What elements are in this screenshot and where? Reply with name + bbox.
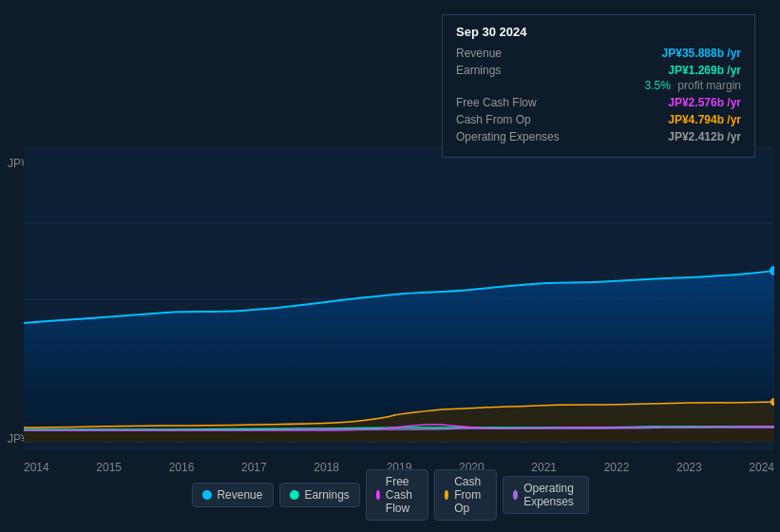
x-label-2016: 2016 xyxy=(169,461,195,474)
legend-dot-cashfromop xyxy=(445,490,448,500)
tooltip-value-opexp: JP¥2.412b /yr xyxy=(668,130,741,143)
legend-item-fcf[interactable]: Free Cash Flow xyxy=(366,469,428,521)
tooltip-row-cashfromop: Cash From Op JP¥4.794b /yr xyxy=(456,113,741,126)
tooltip-label-fcf: Free Cash Flow xyxy=(456,96,537,109)
profit-margin: 3.5% profit margin xyxy=(456,79,741,92)
chart-legend: Revenue Earnings Free Cash Flow Cash Fro… xyxy=(191,469,588,521)
x-label-2015: 2015 xyxy=(96,461,122,474)
tooltip-value-fcf: JP¥2.576b /yr xyxy=(668,96,741,109)
legend-item-opexp[interactable]: Operating Expenses xyxy=(503,476,589,514)
legend-item-revenue[interactable]: Revenue xyxy=(191,483,273,507)
x-label-2023: 2023 xyxy=(676,461,702,474)
tooltip-row-fcf: Free Cash Flow JP¥2.576b /yr xyxy=(456,96,741,109)
tooltip-label-cashfromop: Cash From Op xyxy=(456,113,531,126)
tooltip-row-opexp: Operating Expenses JP¥2.412b /yr xyxy=(456,130,741,143)
legend-dot-fcf xyxy=(376,490,380,500)
tooltip-row-revenue: Revenue JP¥35.888b /yr xyxy=(456,47,741,60)
tooltip-value-cashfromop: JP¥4.794b /yr xyxy=(668,113,741,126)
x-label-2014: 2014 xyxy=(24,461,49,474)
legend-label-cashfromop: Cash From Op xyxy=(454,475,486,515)
legend-item-earnings[interactable]: Earnings xyxy=(278,483,359,507)
chart-area xyxy=(24,147,774,451)
x-label-2022: 2022 xyxy=(604,461,630,474)
tooltip-label-earnings: Earnings xyxy=(456,64,501,77)
legend-dot-opexp xyxy=(513,490,518,500)
x-label-2024: 2024 xyxy=(749,461,774,474)
legend-label-earnings: Earnings xyxy=(304,488,349,502)
chart-svg xyxy=(24,147,774,451)
data-tooltip: Sep 30 2024 Revenue JP¥35.888b /yr Earni… xyxy=(442,14,755,158)
tooltip-label-revenue: Revenue xyxy=(456,47,502,60)
legend-item-cashfromop[interactable]: Cash From Op xyxy=(434,469,497,521)
tooltip-value-earnings: JP¥1.269b /yr xyxy=(668,64,741,77)
tooltip-row-earnings: Earnings JP¥1.269b /yr xyxy=(456,64,741,77)
tooltip-date: Sep 30 2024 xyxy=(456,25,741,39)
tooltip-value-revenue: JP¥35.888b /yr xyxy=(662,47,741,60)
profit-margin-text: profit margin xyxy=(675,79,741,92)
legend-label-fcf: Free Cash Flow xyxy=(386,475,418,515)
legend-dot-earnings xyxy=(289,490,298,500)
legend-label-opexp: Operating Expenses xyxy=(523,482,578,508)
legend-label-revenue: Revenue xyxy=(217,488,262,502)
legend-dot-revenue xyxy=(201,490,211,500)
tooltip-label-opexp: Operating Expenses xyxy=(456,130,560,143)
